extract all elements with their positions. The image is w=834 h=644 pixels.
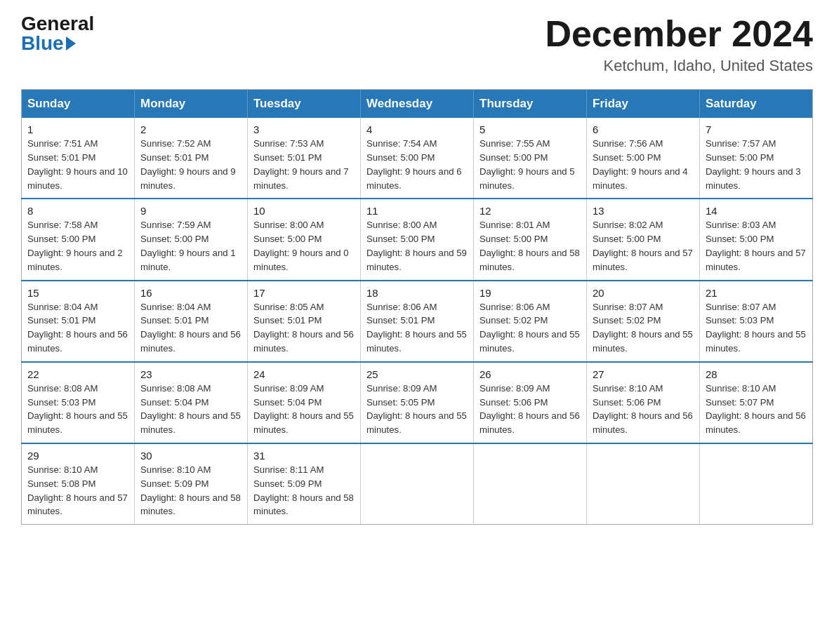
day-info: Sunrise: 7:55 AMSunset: 5:00 PMDaylight:… bbox=[479, 138, 575, 190]
day-number: 5 bbox=[479, 123, 581, 135]
day-info: Sunrise: 8:00 AMSunset: 5:00 PMDaylight:… bbox=[366, 220, 467, 271]
day-number: 9 bbox=[140, 205, 241, 217]
calendar-cell: 10Sunrise: 8:00 AMSunset: 5:00 PMDayligh… bbox=[248, 199, 361, 280]
day-number: 23 bbox=[140, 368, 241, 380]
day-number: 29 bbox=[27, 450, 128, 462]
day-info: Sunrise: 8:06 AMSunset: 5:02 PMDaylight:… bbox=[479, 302, 580, 354]
logo-general-text: General bbox=[21, 14, 94, 34]
day-number: 24 bbox=[253, 368, 355, 380]
logo-arrow-icon bbox=[66, 36, 76, 51]
header-sunday: Sunday bbox=[22, 90, 135, 119]
calendar-cell: 30Sunrise: 8:10 AMSunset: 5:09 PMDayligh… bbox=[135, 443, 248, 525]
header-friday: Friday bbox=[587, 90, 700, 119]
calendar-cell: 11Sunrise: 8:00 AMSunset: 5:00 PMDayligh… bbox=[361, 199, 474, 280]
day-info: Sunrise: 8:07 AMSunset: 5:02 PMDaylight:… bbox=[593, 302, 693, 354]
calendar-cell: 21Sunrise: 8:07 AMSunset: 5:03 PMDayligh… bbox=[700, 281, 813, 362]
day-info: Sunrise: 8:10 AMSunset: 5:07 PMDaylight:… bbox=[706, 383, 806, 435]
calendar-title: December 2024 bbox=[545, 14, 813, 54]
day-info: Sunrise: 8:04 AMSunset: 5:01 PMDaylight:… bbox=[27, 302, 128, 354]
day-info: Sunrise: 8:03 AMSunset: 5:00 PMDaylight:… bbox=[706, 220, 806, 271]
day-number: 27 bbox=[593, 368, 694, 380]
page-header: General Blue December 2024 Ketchum, Idah… bbox=[21, 14, 813, 75]
calendar-cell: 1Sunrise: 7:51 AMSunset: 5:01 PMDaylight… bbox=[22, 118, 135, 199]
day-info: Sunrise: 8:02 AMSunset: 5:00 PMDaylight:… bbox=[593, 220, 693, 271]
day-number: 19 bbox=[479, 287, 581, 299]
day-number: 20 bbox=[593, 287, 694, 299]
day-number: 22 bbox=[27, 368, 128, 380]
day-info: Sunrise: 8:00 AMSunset: 5:00 PMDaylight:… bbox=[253, 220, 349, 271]
day-number: 11 bbox=[366, 205, 468, 217]
calendar-cell: 29Sunrise: 8:10 AMSunset: 5:08 PMDayligh… bbox=[22, 443, 135, 525]
day-info: Sunrise: 7:52 AMSunset: 5:01 PMDaylight:… bbox=[140, 138, 236, 190]
calendar-cell bbox=[474, 443, 587, 525]
day-info: Sunrise: 8:01 AMSunset: 5:00 PMDaylight:… bbox=[479, 220, 580, 271]
day-info: Sunrise: 8:08 AMSunset: 5:03 PMDaylight:… bbox=[27, 383, 128, 435]
header-saturday: Saturday bbox=[700, 90, 813, 119]
day-number: 3 bbox=[253, 123, 355, 135]
day-info: Sunrise: 8:09 AMSunset: 5:04 PMDaylight:… bbox=[253, 383, 354, 435]
calendar-cell: 25Sunrise: 8:09 AMSunset: 5:05 PMDayligh… bbox=[361, 362, 474, 443]
day-info: Sunrise: 8:06 AMSunset: 5:01 PMDaylight:… bbox=[366, 302, 467, 354]
calendar-cell: 22Sunrise: 8:08 AMSunset: 5:03 PMDayligh… bbox=[22, 362, 135, 443]
calendar-cell: 3Sunrise: 7:53 AMSunset: 5:01 PMDaylight… bbox=[248, 118, 361, 199]
calendar-cell bbox=[587, 443, 700, 525]
day-info: Sunrise: 8:05 AMSunset: 5:01 PMDaylight:… bbox=[253, 302, 354, 354]
header-monday: Monday bbox=[135, 90, 248, 119]
calendar-subtitle: Ketchum, Idaho, United States bbox=[545, 57, 813, 75]
day-info: Sunrise: 7:59 AMSunset: 5:00 PMDaylight:… bbox=[140, 220, 236, 271]
calendar-cell: 5Sunrise: 7:55 AMSunset: 5:00 PMDaylight… bbox=[474, 118, 587, 199]
calendar-week-row: 1Sunrise: 7:51 AMSunset: 5:01 PMDaylight… bbox=[22, 118, 813, 199]
calendar-week-row: 8Sunrise: 7:58 AMSunset: 5:00 PMDaylight… bbox=[22, 199, 813, 280]
day-number: 15 bbox=[27, 287, 128, 299]
calendar-cell: 13Sunrise: 8:02 AMSunset: 5:00 PMDayligh… bbox=[587, 199, 700, 280]
calendar-header-row: SundayMondayTuesdayWednesdayThursdayFrid… bbox=[22, 90, 813, 119]
logo-blue-text: Blue bbox=[21, 34, 76, 53]
calendar-cell: 9Sunrise: 7:59 AMSunset: 5:00 PMDaylight… bbox=[135, 199, 248, 280]
day-info: Sunrise: 7:57 AMSunset: 5:00 PMDaylight:… bbox=[706, 138, 801, 190]
day-number: 30 bbox=[140, 450, 241, 462]
calendar-cell bbox=[700, 443, 813, 525]
logo: General Blue bbox=[21, 14, 94, 53]
day-number: 16 bbox=[140, 287, 241, 299]
calendar-cell: 16Sunrise: 8:04 AMSunset: 5:01 PMDayligh… bbox=[135, 281, 248, 362]
day-number: 8 bbox=[27, 205, 128, 217]
day-number: 31 bbox=[253, 450, 355, 462]
day-number: 12 bbox=[479, 205, 581, 217]
header-tuesday: Tuesday bbox=[248, 90, 361, 119]
day-info: Sunrise: 8:10 AMSunset: 5:08 PMDaylight:… bbox=[27, 464, 128, 516]
calendar-cell: 2Sunrise: 7:52 AMSunset: 5:01 PMDaylight… bbox=[135, 118, 248, 199]
calendar-cell: 28Sunrise: 8:10 AMSunset: 5:07 PMDayligh… bbox=[700, 362, 813, 443]
day-number: 1 bbox=[27, 123, 128, 135]
day-info: Sunrise: 7:53 AMSunset: 5:01 PMDaylight:… bbox=[253, 138, 349, 190]
day-number: 6 bbox=[593, 123, 694, 135]
day-info: Sunrise: 7:54 AMSunset: 5:00 PMDaylight:… bbox=[366, 138, 462, 190]
header-thursday: Thursday bbox=[474, 90, 587, 119]
calendar-cell bbox=[361, 443, 474, 525]
calendar-cell: 14Sunrise: 8:03 AMSunset: 5:00 PMDayligh… bbox=[700, 199, 813, 280]
day-number: 17 bbox=[253, 287, 355, 299]
calendar-cell: 27Sunrise: 8:10 AMSunset: 5:06 PMDayligh… bbox=[587, 362, 700, 443]
day-number: 2 bbox=[140, 123, 241, 135]
day-number: 28 bbox=[706, 368, 807, 380]
calendar-cell: 17Sunrise: 8:05 AMSunset: 5:01 PMDayligh… bbox=[248, 281, 361, 362]
day-number: 13 bbox=[593, 205, 694, 217]
day-info: Sunrise: 8:04 AMSunset: 5:01 PMDaylight:… bbox=[140, 302, 241, 354]
calendar-cell: 15Sunrise: 8:04 AMSunset: 5:01 PMDayligh… bbox=[22, 281, 135, 362]
day-info: Sunrise: 7:58 AMSunset: 5:00 PMDaylight:… bbox=[27, 220, 123, 271]
calendar-cell: 24Sunrise: 8:09 AMSunset: 5:04 PMDayligh… bbox=[248, 362, 361, 443]
calendar-cell: 26Sunrise: 8:09 AMSunset: 5:06 PMDayligh… bbox=[474, 362, 587, 443]
day-number: 14 bbox=[706, 205, 807, 217]
day-info: Sunrise: 7:56 AMSunset: 5:00 PMDaylight:… bbox=[593, 138, 688, 190]
calendar-cell: 8Sunrise: 7:58 AMSunset: 5:00 PMDaylight… bbox=[22, 199, 135, 280]
day-number: 7 bbox=[706, 123, 807, 135]
calendar-cell: 20Sunrise: 8:07 AMSunset: 5:02 PMDayligh… bbox=[587, 281, 700, 362]
day-number: 21 bbox=[706, 287, 807, 299]
calendar-cell: 12Sunrise: 8:01 AMSunset: 5:00 PMDayligh… bbox=[474, 199, 587, 280]
calendar-cell: 4Sunrise: 7:54 AMSunset: 5:00 PMDaylight… bbox=[361, 118, 474, 199]
day-info: Sunrise: 8:10 AMSunset: 5:06 PMDaylight:… bbox=[593, 383, 693, 435]
calendar-table: SundayMondayTuesdayWednesdayThursdayFrid… bbox=[21, 89, 813, 525]
day-number: 18 bbox=[366, 287, 468, 299]
header-wednesday: Wednesday bbox=[361, 90, 474, 119]
calendar-week-row: 22Sunrise: 8:08 AMSunset: 5:03 PMDayligh… bbox=[22, 362, 813, 443]
day-info: Sunrise: 7:51 AMSunset: 5:01 PMDaylight:… bbox=[27, 138, 128, 190]
